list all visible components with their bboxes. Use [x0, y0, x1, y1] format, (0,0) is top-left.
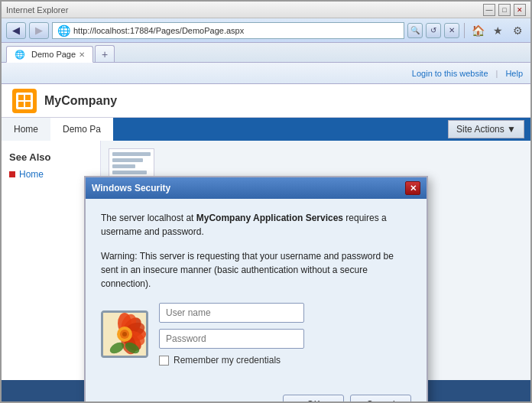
cancel-label: Cancel — [366, 399, 394, 401]
minimize-button[interactable]: — — [483, 4, 495, 16]
tab-favicon: 🌐 — [15, 50, 25, 60]
page-wrapper: MyCompany Home Demo Pa Site Actions ▼ Se… — [2, 84, 530, 401]
remember-label: Remember my credentials — [174, 355, 281, 366]
dialog-warning: Warning: This server is requesting that … — [101, 249, 411, 291]
message-bold: MyCompany Application Services — [196, 213, 343, 223]
ie-icon: 🌐 — [57, 24, 70, 37]
message-text-1: The server localhost at — [101, 213, 196, 223]
refresh-icon[interactable]: ↺ — [426, 23, 441, 38]
search-icon[interactable]: 🔍 — [407, 23, 423, 38]
dialog-avatar — [101, 310, 148, 358]
ok-button[interactable]: OK — [283, 395, 344, 401]
forward-button[interactable]: ▶ — [29, 22, 49, 39]
close-button[interactable]: ✕ — [514, 4, 526, 16]
dialog-title: Windows Security — [92, 183, 170, 193]
tab-title: Demo Page — [31, 50, 76, 59]
browser-tab-demo[interactable]: 🌐 Demo Page ✕ — [6, 46, 93, 63]
maximize-button[interactable]: □ — [498, 4, 511, 16]
dialog-credentials: Remember my credentials — [101, 303, 411, 366]
dialog-message: The server localhost at MyCompany Applic… — [101, 211, 411, 239]
username-input[interactable] — [159, 303, 304, 323]
avatar-svg — [103, 313, 146, 356]
dialog-fields: Remember my credentials — [159, 303, 411, 366]
new-tab-button[interactable]: + — [95, 45, 115, 62]
remember-credentials-row: Remember my credentials — [159, 355, 411, 366]
favorites-icon[interactable]: ★ — [489, 22, 506, 39]
help-link[interactable]: Help — [505, 69, 523, 78]
tab-bar: 🌐 Demo Page ✕ + — [2, 43, 530, 63]
dialog-overlay: Windows Security ✕ The server localhost … — [2, 84, 530, 401]
url-input[interactable]: 🌐 http://localhost:17884/Pages/DemoPage.… — [52, 22, 404, 39]
dialog-titlebar: Windows Security ✕ — [86, 177, 427, 199]
remember-checkbox[interactable] — [159, 356, 169, 366]
title-bar: Internet Explorer — □ ✕ — [2, 2, 530, 18]
password-input[interactable] — [159, 329, 304, 349]
dialog-buttons: OK Cancel — [86, 388, 427, 401]
dialog-body: The server localhost at MyCompany Applic… — [86, 199, 427, 388]
home-toolbar-icon[interactable]: 🏠 — [469, 22, 486, 39]
url-text: http://localhost:17884/Pages/DemoPage.as… — [73, 26, 244, 35]
login-link[interactable]: Login to this website — [412, 69, 488, 78]
dialog-close-button[interactable]: ✕ — [405, 181, 420, 195]
stop-icon[interactable]: ✕ — [444, 23, 459, 38]
title-bar-controls: — □ ✕ — [483, 4, 526, 16]
windows-security-dialog: Windows Security ✕ The server localhost … — [84, 176, 428, 401]
svg-point-15 — [122, 332, 127, 336]
secondary-toolbar: Login to this website | Help — [2, 63, 530, 84]
browser-frame: Internet Explorer — □ ✕ ◀ ▶ 🌐 http://loc… — [0, 0, 532, 403]
tools-icon[interactable]: ⚙ — [509, 22, 526, 39]
cancel-button[interactable]: Cancel — [350, 395, 411, 401]
address-bar: ◀ ▶ 🌐 http://localhost:17884/Pages/DemoP… — [2, 18, 530, 43]
back-button[interactable]: ◀ — [6, 22, 26, 39]
tab-close-button[interactable]: ✕ — [79, 50, 85, 59]
ok-label: OK — [307, 399, 320, 401]
